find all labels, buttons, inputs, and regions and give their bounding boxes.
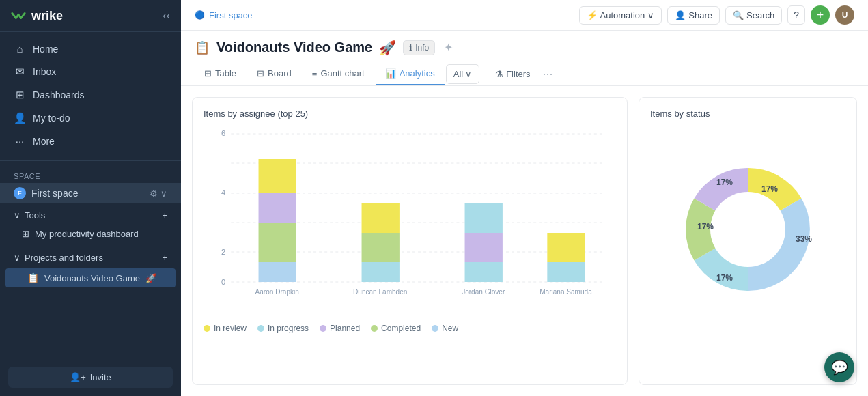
star-icon[interactable]: ✦ [442,39,455,56]
analytics-content: Items by assignee (top 25) 6 4 2 0 [181,86,868,396]
sidebar-header: wrike ‹‹ [0,0,181,32]
search-icon: 🔍 [733,10,744,20]
projects-label: Projects and folders [25,253,103,263]
productivity-label: My productivity dashboard [35,229,139,239]
projects-header[interactable]: ∨ Projects and folders + [0,249,181,267]
automation-label: Automation [600,10,645,20]
tools-add-icon[interactable]: + [162,210,167,221]
space-settings-icon[interactable]: ⚙ [150,188,158,199]
tab-separator [484,68,484,81]
tab-gantt[interactable]: ≡ Gantt chart [303,63,374,85]
sidebar: wrike ‹‹ ⌂ Home ✉ Inbox ⊞ Dashboards 👤 M… [0,0,181,396]
tab-table[interactable]: ⊞ Table [195,63,246,85]
legend-new-label: New [442,324,458,333]
bar-chart-title: Items by assignee (top 25) [204,109,616,119]
info-button[interactable]: ℹ Info [403,40,435,55]
sidebar-item-inbox[interactable]: ✉ Inbox [0,60,181,83]
tab-analytics[interactable]: 📊 Analytics [376,63,445,85]
more-options-icon[interactable]: ··· [539,64,557,84]
space-item-first[interactable]: F First space ⚙ ∨ [0,183,181,203]
svg-rect-17 [362,203,400,233]
automation-icon: ⚡ [587,10,598,20]
nav-inbox-label: Inbox [33,66,56,77]
add-icon: + [817,8,824,23]
chart-legend: In review In progress Planned Completed … [204,324,616,333]
nav-items: ⌂ Home ✉ Inbox ⊞ Dashboards 👤 My to-do ·… [0,32,181,158]
avatar[interactable]: U [835,5,854,25]
chat-button[interactable]: 💬 [824,352,854,382]
page-header: 📋 Voidonauts Video Game 🚀 ℹ Info ✦ ⊞ Tab… [181,31,868,86]
add-button[interactable]: + [811,5,830,25]
board-icon: ⊟ [257,68,264,79]
tab-analytics-label: Analytics [400,68,435,79]
donut-svg: 17% 33% 17% 17% 17% [659,141,837,318]
table-icon: ⊞ [204,68,212,79]
legend-in-progress-label: In progress [268,324,309,333]
svg-text:0: 0 [221,278,225,286]
tab-board[interactable]: ⊟ Board [247,63,301,85]
page-title-row: 📋 Voidonauts Video Game 🚀 ℹ Info ✦ [195,39,854,56]
page-title-doc-icon: 📋 [195,40,210,55]
svg-text:Jordan Glover: Jordan Glover [462,288,505,296]
sidebar-item-productivity-dashboard[interactable]: ⊞ My productivity dashboard [0,225,181,243]
donut-chart-area: 17% 33% 17% 17% 17% [650,127,845,332]
legend-planned: Planned [320,324,360,333]
inbox-icon: ✉ [14,66,26,78]
wrike-logo-icon [11,8,26,23]
svg-text:Aaron Drapkin: Aaron Drapkin [255,288,299,296]
share-icon: 👤 [675,10,686,20]
nav-mytodo-label: My to-do [33,113,70,124]
nav-home-label: Home [33,44,58,55]
svg-text:Duncan Lambden: Duncan Lambden [353,288,407,296]
my-todo-icon: 👤 [14,112,26,124]
donut-in-review-pct: 17% [761,184,778,194]
logo: wrike [11,8,63,23]
project-name: Voidonauts Video Game [44,273,140,283]
help-button[interactable]: ? [787,5,805,25]
nav-dashboards-label: Dashboards [33,89,85,100]
legend-planned-dot [320,325,326,332]
sidebar-item-more[interactable]: ··· More [0,130,181,152]
search-button[interactable]: 🔍 Search [725,6,782,25]
more-icon: ··· [14,135,26,147]
donut-in-progress-pct: 17% [716,273,733,283]
tools-header[interactable]: ∨ Tools + [0,206,181,225]
projects-header-left: ∨ Projects and folders [14,253,103,263]
legend-new: New [432,324,458,333]
automation-button[interactable]: ⚡ Automation ∨ [579,6,662,25]
home-icon: ⌂ [14,43,26,55]
logo-text: wrike [31,9,63,23]
donut-completed-pct: 17% [697,222,714,231]
topbar: 🔵 First space ⚡ Automation ∨ 👤 Share 🔍 S… [181,0,868,31]
help-icon: ? [794,10,799,20]
donut-chart-panel: Items by status [639,97,857,385]
projects-section: ∨ Projects and folders + 📋 Voidonauts Vi… [0,246,181,292]
space-icon: F [14,187,26,199]
projects-add-icon[interactable]: + [162,253,167,263]
info-label: Info [415,43,429,53]
breadcrumb-text[interactable]: First space [209,10,253,20]
svg-rect-21 [465,203,503,233]
invite-button[interactable]: 👤+ Invite [8,367,173,388]
sidebar-item-dashboards[interactable]: ⊞ Dashboards [0,83,181,107]
sidebar-collapse-button[interactable]: ‹‹ [163,10,170,22]
legend-completed-label: Completed [381,324,421,333]
topbar-actions: ⚡ Automation ∨ 👤 Share 🔍 Search ? + U [579,5,854,25]
filters-button[interactable]: ⚗ Filters [488,65,537,83]
all-tabs-button[interactable]: All ∨ [446,64,479,84]
svg-rect-23 [547,262,585,282]
sidebar-item-home[interactable]: ⌂ Home [0,38,181,60]
sidebar-item-voidonauts[interactable]: 📋 Voidonauts Video Game 🚀 [5,268,176,287]
space-section-label: Space [0,164,181,183]
filter-icon: ⚗ [495,69,503,79]
space-expand-icon[interactable]: ∨ [160,188,167,199]
dashboard-icon: ⊞ [22,229,29,239]
nav-more-label: More [33,136,55,147]
tools-label: Tools [25,210,45,221]
svg-text:2: 2 [221,248,225,256]
legend-new-dot [432,325,438,332]
sidebar-item-my-todo[interactable]: 👤 My to-do [0,107,181,130]
share-button[interactable]: 👤 Share [667,6,720,25]
tab-board-label: Board [268,68,292,79]
automation-dropdown-icon: ∨ [647,10,654,20]
